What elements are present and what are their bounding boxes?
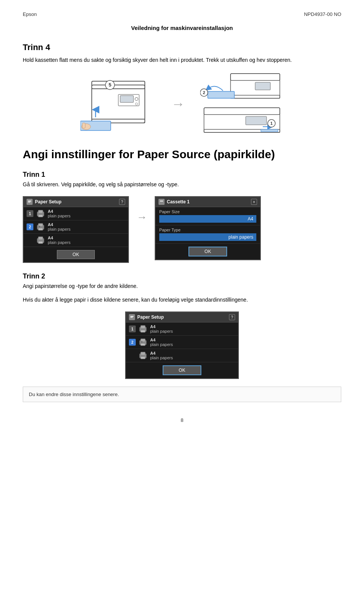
printer-icon-3b xyxy=(139,351,147,360)
paper-setup-help-btn-2[interactable]: ? xyxy=(229,314,235,320)
paper-row-2b: 2 A4 plain papers xyxy=(126,336,238,349)
paper-setup-title-bar: Paper Setup ? xyxy=(24,197,128,207)
info-box: Du kan endre disse innstillingene senere… xyxy=(23,387,341,402)
cassette-title-text: Cassette 1 xyxy=(167,199,190,204)
row-text-2b: A4 plain papers xyxy=(150,338,173,347)
cassette-icon xyxy=(158,199,165,205)
svg-rect-30 xyxy=(28,202,30,203)
svg-rect-46 xyxy=(130,317,133,318)
svg-rect-51 xyxy=(141,339,145,342)
paper-setup-dialog-2: Paper Setup ? 1 A4 plain papers 2 xyxy=(125,311,239,379)
info-box-text: Du kan endre disse innstillingene senere… xyxy=(29,392,119,397)
paper-setup-title-bar-2: Paper Setup ? xyxy=(126,312,238,322)
row-text-1: A4 plain papers xyxy=(48,209,71,218)
svg-rect-20 xyxy=(204,108,280,132)
trinn2-heading: Trinn 2 xyxy=(23,272,341,280)
paper-setup-dialog: Paper Setup ? 1 A4 plain papers 2 xyxy=(23,196,129,263)
row-text-1b: A4 plain papers xyxy=(150,324,173,333)
trinn4-text: Hold kassetten flatt mens du sakte og fo… xyxy=(23,56,341,64)
trinn2-text2: Hvis du akter å legge papir i disse kild… xyxy=(23,296,341,304)
paper-row-3: A4 plain papers xyxy=(24,234,128,247)
printer-left-svg: 5 xyxy=(80,74,156,134)
printer-icon-1b xyxy=(139,325,147,333)
paper-setup-title-text: Paper Setup xyxy=(35,199,61,204)
paper-row-3b: A4 plain papers xyxy=(126,349,238,362)
row-text-3b: A4 plain papers xyxy=(150,351,173,360)
row-number-1: 1 xyxy=(27,210,33,217)
svg-rect-32 xyxy=(38,210,43,213)
printer-icon-2 xyxy=(36,223,45,231)
svg-rect-29 xyxy=(28,201,31,201)
row-number-1b: 1 xyxy=(129,326,136,332)
svg-rect-16 xyxy=(231,95,280,98)
svg-point-5 xyxy=(135,103,138,105)
paper-setup-ok-btn-2[interactable]: OK xyxy=(163,365,201,375)
svg-rect-22 xyxy=(246,116,267,125)
svg-text:2: 2 xyxy=(203,90,205,95)
cassette-ok-row: OK xyxy=(155,244,260,259)
svg-rect-52 xyxy=(141,343,145,346)
svg-rect-48 xyxy=(141,326,145,329)
paper-row-2: 2 A4 plain papers xyxy=(24,220,128,234)
svg-rect-42 xyxy=(159,200,164,204)
trinn1-heading: Trinn 1 xyxy=(23,171,341,179)
printer-icon-2b xyxy=(139,338,147,346)
svg-rect-24 xyxy=(261,129,278,132)
cassette-close-btn[interactable]: × xyxy=(251,199,257,205)
svg-rect-33 xyxy=(38,215,43,217)
brand-label: Epson xyxy=(23,11,37,17)
svg-text:5: 5 xyxy=(108,82,111,88)
trinn2-dialogs: Paper Setup ? 1 A4 plain papers 2 xyxy=(23,311,341,379)
svg-rect-41 xyxy=(38,241,43,244)
paper-setup-title-2: Paper Setup xyxy=(129,314,164,320)
svg-point-4 xyxy=(135,97,138,101)
svg-rect-43 xyxy=(160,201,163,201)
paper-setup-ok-row-2: OK xyxy=(126,362,238,378)
paper-setup-ok-btn[interactable]: OK xyxy=(57,250,94,259)
step1-svg: 1 xyxy=(200,106,284,136)
page: Epson NPD4937-00 NO Veiledning for maski… xyxy=(0,0,364,434)
step2-svg: 2 xyxy=(200,72,284,102)
svg-rect-15 xyxy=(255,82,270,90)
svg-rect-35 xyxy=(38,223,43,226)
svg-rect-45 xyxy=(130,316,133,317)
header: Epson NPD4937-00 NO xyxy=(23,11,341,17)
svg-rect-14 xyxy=(231,74,280,80)
paper-setup-help-btn[interactable]: ? xyxy=(119,199,125,205)
cassette-title-left: Cassette 1 xyxy=(158,199,190,205)
svg-rect-56 xyxy=(141,352,145,355)
paper-setup-icon-2 xyxy=(129,314,135,320)
cassette-dialog: Cassette 1 × Paper Size A4 Paper Type pl… xyxy=(155,196,261,260)
trinn2-text1: Angi papirstørrelse og -type for de andr… xyxy=(23,282,341,290)
section-heading: Angi innstillinger for Paper Source (pap… xyxy=(23,148,341,161)
trinn1-dialogs: Paper Setup ? 1 A4 plain papers 2 xyxy=(23,196,341,263)
cassette-paper-type-field: Paper Type plain papers xyxy=(155,225,260,244)
row-number-2b: 2 xyxy=(129,339,136,346)
paper-setup-ok-row: OK xyxy=(24,247,128,262)
dialog-arrow: → xyxy=(136,211,147,223)
row-text-2: A4 plain papers xyxy=(48,222,71,231)
printer-illustration: 5 → xyxy=(23,72,341,136)
row-text-3: A4 plain papers xyxy=(48,236,71,245)
svg-rect-40 xyxy=(38,237,43,240)
svg-rect-10 xyxy=(82,123,85,128)
cassette-ok-btn[interactable]: OK xyxy=(188,247,227,256)
trinn4-heading: Trinn 4 xyxy=(23,42,341,52)
svg-rect-36 xyxy=(38,228,43,230)
paper-setup-title: Paper Setup xyxy=(27,199,61,205)
svg-rect-3 xyxy=(120,96,133,102)
cassette-paper-type-value[interactable]: plain papers xyxy=(159,233,256,241)
paper-setup-title-text-2: Paper Setup xyxy=(137,315,164,320)
cassette-paper-size-value[interactable]: A4 xyxy=(159,215,256,223)
page-number: 8 xyxy=(23,417,341,423)
printer-icon-3 xyxy=(36,236,45,244)
svg-rect-57 xyxy=(141,357,145,359)
cassette-title-bar: Cassette 1 × xyxy=(155,197,260,207)
diagram-arrow: → xyxy=(171,96,185,112)
cassette-paper-size-field: Paper Size A4 xyxy=(155,207,260,225)
paper-row-1b: 1 A4 plain papers xyxy=(126,322,238,336)
doc-title: Veiledning for maskinvareinstallasjon xyxy=(23,25,341,31)
cassette-paper-size-label: Paper Size xyxy=(159,209,256,214)
doc-number: NPD4937-00 NO xyxy=(304,11,341,17)
cassette-paper-type-label: Paper Type xyxy=(159,228,256,232)
